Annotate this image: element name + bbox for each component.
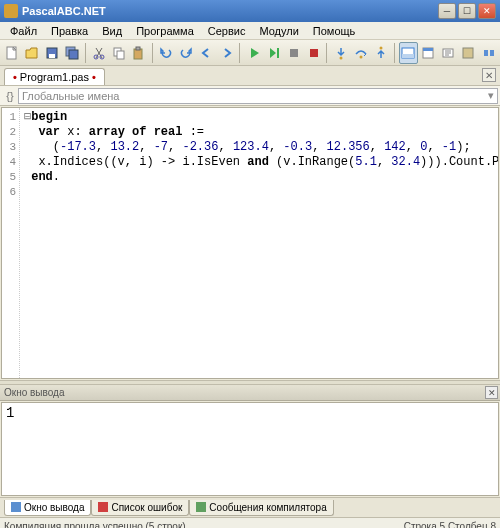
run-icon[interactable]	[244, 42, 263, 64]
line-gutter: 123456	[2, 108, 20, 378]
run-no-debug-icon[interactable]	[264, 42, 283, 64]
minimize-button[interactable]: ─	[438, 3, 456, 19]
menu-service[interactable]: Сервис	[202, 24, 252, 38]
undo-icon[interactable]	[157, 42, 176, 64]
toolbar-sep	[239, 43, 241, 63]
status-bar: Компиляция прошла успешно (5 строк) Стро…	[0, 517, 500, 528]
bottom-tab-messages[interactable]: Сообщения компилятора	[189, 500, 333, 516]
menu-view[interactable]: Вид	[96, 24, 128, 38]
svg-rect-2	[49, 54, 55, 58]
scope-combo[interactable]: Глобальные имена ▾	[18, 88, 498, 104]
tab-label: Program1.pas	[20, 71, 89, 83]
svg-rect-12	[290, 49, 298, 57]
output-icon	[11, 502, 21, 512]
svg-rect-18	[402, 54, 414, 58]
tab-program1[interactable]: • Program1.pas •	[4, 68, 105, 85]
toolbar-sep	[152, 43, 154, 63]
paste-icon[interactable]	[130, 42, 149, 64]
braces-icon[interactable]: {}	[2, 88, 18, 104]
svg-rect-13	[310, 49, 318, 57]
nav-back-icon[interactable]	[197, 42, 216, 64]
svg-rect-23	[484, 50, 488, 56]
combo-placeholder: Глобальные имена	[22, 90, 120, 102]
step-into-icon[interactable]	[331, 42, 350, 64]
document-tab-bar: • Program1.pas • ✕	[0, 66, 500, 86]
output-panel-header: Окно вывода ✕	[0, 385, 500, 401]
bottom-tab-bar: Окно вывода Список ошибок Сообщения комп…	[0, 497, 500, 517]
new-file-icon[interactable]	[2, 42, 21, 64]
intellisense-icon[interactable]	[439, 42, 458, 64]
menu-file[interactable]: Файл	[4, 24, 43, 38]
svg-rect-24	[490, 50, 494, 56]
svg-rect-20	[423, 48, 433, 51]
copy-icon[interactable]	[109, 42, 128, 64]
menu-modules[interactable]: Модули	[253, 24, 304, 38]
svg-rect-22	[463, 48, 473, 58]
form-designer-icon[interactable]	[419, 42, 438, 64]
svg-point-15	[360, 55, 363, 58]
nav-bar: {} Глобальные имена ▾	[0, 86, 500, 106]
toolbar-sep	[326, 43, 328, 63]
output-title: Окно вывода	[4, 387, 64, 398]
error-icon	[98, 502, 108, 512]
close-button[interactable]: ✕	[478, 3, 496, 19]
window-title: PascalABC.NET	[22, 5, 438, 17]
step-out-icon[interactable]	[372, 42, 391, 64]
save-icon[interactable]	[42, 42, 61, 64]
svg-point-6	[100, 55, 104, 59]
app-icon	[4, 4, 18, 18]
status-compile: Компиляция прошла успешно (5 строк)	[4, 521, 404, 529]
svg-rect-8	[117, 51, 124, 59]
compile-icon[interactable]	[284, 42, 303, 64]
chevron-down-icon: ▾	[488, 89, 494, 102]
block-icon[interactable]	[479, 42, 498, 64]
step-over-icon[interactable]	[351, 42, 370, 64]
menu-program[interactable]: Программа	[130, 24, 200, 38]
svg-rect-10	[136, 47, 140, 50]
svg-point-14	[339, 56, 342, 59]
output-panel[interactable]: 1	[1, 402, 499, 496]
menu-bar: Файл Правка Вид Программа Сервис Модули …	[0, 22, 500, 40]
dirty-indicator: •	[92, 71, 96, 83]
menu-help[interactable]: Помощь	[307, 24, 362, 38]
nav-fwd-icon[interactable]	[217, 42, 236, 64]
bottom-tab-errors[interactable]: Список ошибок	[91, 500, 189, 516]
bottom-tab-output[interactable]: Окно вывода	[4, 500, 91, 516]
svg-point-5	[94, 55, 98, 59]
menu-edit[interactable]: Правка	[45, 24, 94, 38]
svg-rect-11	[277, 48, 279, 58]
dirty-indicator: •	[13, 71, 17, 83]
output-panel-icon[interactable]	[399, 42, 418, 64]
svg-rect-4	[69, 50, 78, 59]
cut-icon[interactable]	[89, 42, 108, 64]
toolbar-sep	[85, 43, 87, 63]
exe-icon[interactable]	[459, 42, 478, 64]
message-icon	[196, 502, 206, 512]
title-bar: PascalABC.NET ─ ☐ ✕	[0, 0, 500, 22]
code-area[interactable]: ⊟begin var x: array of real := (-17.3, 1…	[20, 108, 498, 378]
save-all-icon[interactable]	[62, 42, 81, 64]
stop-icon[interactable]	[304, 42, 323, 64]
redo-icon[interactable]	[177, 42, 196, 64]
open-file-icon[interactable]	[22, 42, 41, 64]
code-editor[interactable]: 123456 ⊟begin var x: array of real := (-…	[1, 107, 499, 379]
tab-close-icon[interactable]: ✕	[482, 68, 496, 82]
window-buttons: ─ ☐ ✕	[438, 3, 496, 19]
svg-point-16	[380, 46, 383, 49]
status-cursor: Строка 5 Столбец 8	[404, 521, 496, 529]
panel-close-icon[interactable]: ✕	[485, 386, 498, 399]
toolbar-sep	[394, 43, 396, 63]
toolbar	[0, 40, 500, 66]
maximize-button[interactable]: ☐	[458, 3, 476, 19]
output-content: 1	[6, 405, 14, 421]
